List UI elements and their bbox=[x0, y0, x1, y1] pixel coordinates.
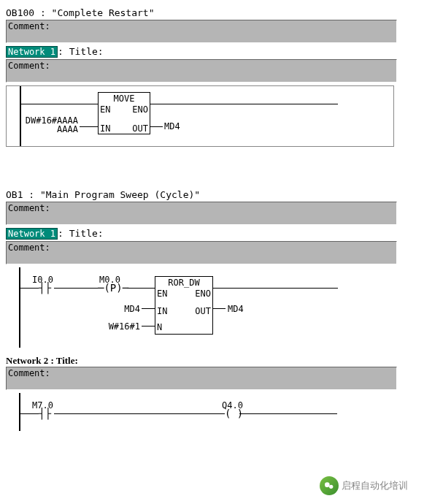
wire-in bbox=[80, 126, 98, 127]
port-out: OUT bbox=[132, 123, 148, 134]
left-power-rail bbox=[19, 393, 20, 431]
in-val: MD4 bbox=[115, 304, 140, 314]
wire bbox=[127, 288, 155, 289]
port-eno: ENO bbox=[132, 104, 148, 115]
port-eno: ENO bbox=[195, 289, 211, 299]
svg-point-1 bbox=[329, 485, 333, 489]
port-in: IN bbox=[157, 306, 167, 316]
comment-label: Comment: bbox=[8, 61, 50, 71]
port-out: OUT bbox=[195, 306, 211, 316]
out-val: MD4 bbox=[228, 304, 244, 314]
wire bbox=[54, 413, 225, 414]
wechat-icon bbox=[320, 476, 339, 495]
contact-m70: ┤├ bbox=[39, 408, 51, 419]
wire-n bbox=[142, 326, 155, 327]
ob1-nw1-title-line: Network 1: Title: bbox=[6, 228, 436, 240]
out-label: MD4 bbox=[164, 121, 180, 131]
wire bbox=[20, 413, 39, 414]
move-block: MOVE EN ENO IN OUT bbox=[98, 92, 150, 134]
block-name: ROR_DW bbox=[155, 277, 212, 289]
port-en: EN bbox=[100, 104, 110, 115]
ob1-nw1-comment-box: Comment: bbox=[6, 241, 397, 264]
network-label: Network 1 bbox=[6, 228, 58, 240]
watermark: 启程自动化培训 bbox=[320, 475, 434, 497]
comment-label: Comment: bbox=[8, 21, 50, 31]
ob1-header: OB1 : "Main Program Sweep (Cycle)" bbox=[6, 189, 436, 200]
n-val: W#16#1 bbox=[104, 321, 140, 332]
left-power-rail bbox=[19, 267, 20, 348]
ob1-comment-box: Comment: bbox=[6, 202, 397, 225]
contact-m00-p: ─(P)─ bbox=[98, 282, 128, 294]
wire-in bbox=[142, 308, 155, 309]
wire bbox=[54, 288, 98, 289]
wire-eno bbox=[150, 104, 338, 104]
wire bbox=[239, 413, 337, 414]
comment-label: Comment: bbox=[8, 243, 50, 253]
wire-out bbox=[150, 126, 163, 127]
wire bbox=[20, 288, 39, 289]
wire-eno bbox=[212, 288, 338, 289]
block-name: MOVE bbox=[99, 93, 150, 104]
ob100-header: OB100 : "Complete Restart" bbox=[6, 7, 436, 18]
ob100-nw1-ladder: MOVE EN ENO IN OUT DW#16#AAAA AAAA MD4 bbox=[6, 85, 394, 147]
port-n: N bbox=[157, 322, 162, 332]
wire-en bbox=[21, 104, 98, 104]
network-label: Network 1 bbox=[6, 46, 58, 58]
ob1-nw2-title: Network 2 : Title: bbox=[6, 355, 436, 367]
ob1-nw1-ladder: I0.0 ┤├ M0.0 ─(P)─ ROR_DW EN ENO IN OUT … bbox=[6, 267, 393, 348]
network-title-suffix: : Title: bbox=[58, 228, 104, 239]
svg-point-0 bbox=[325, 482, 330, 487]
port-en: EN bbox=[157, 289, 167, 299]
ob100-nw1-comment-box: Comment: bbox=[6, 59, 397, 83]
contact-i00: ┤├ bbox=[39, 282, 51, 294]
watermark-text: 启程自动化培训 bbox=[342, 479, 408, 492]
ob100-comment-box: Comment: bbox=[6, 20, 397, 43]
ob100-nw1-title-line: Network 1: Title: bbox=[6, 46, 436, 58]
ob1-nw2-ladder: M7.0 ┤├ Q4.0 ( ) bbox=[6, 393, 393, 431]
ob1-nw2-comment-box: Comment: bbox=[6, 367, 397, 390]
network-title-suffix: : Title: bbox=[58, 46, 104, 57]
comment-label: Comment: bbox=[8, 368, 50, 378]
port-in: IN bbox=[100, 123, 110, 134]
ror-dw-block: ROR_DW EN ENO IN OUT N bbox=[155, 276, 213, 335]
comment-label: Comment: bbox=[8, 203, 50, 213]
wire-out bbox=[212, 308, 226, 309]
in-label-bottom: AAAA bbox=[47, 124, 78, 134]
